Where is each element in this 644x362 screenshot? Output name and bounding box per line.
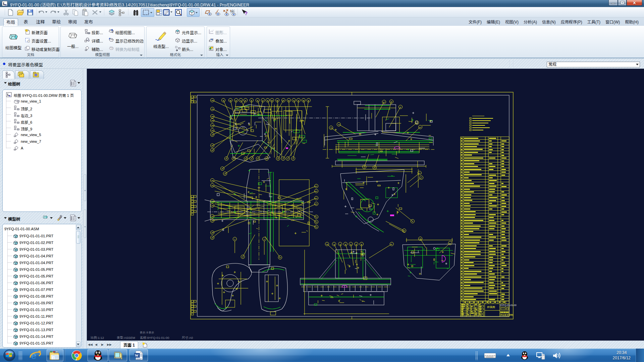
svg-text:类型:ASSEM: 类型:ASSEM	[117, 335, 135, 340]
svg-text:e: e	[31, 350, 37, 361]
svg-text:?: ?	[245, 10, 248, 16]
svg-text:组装配套组制: 组装配套组制	[500, 313, 513, 316]
svg-text:9YFQ-01-01-00: 9YFQ-01-01-00	[500, 304, 517, 307]
svg-text:比例:1:12: 比例:1:12	[91, 335, 104, 340]
svg-text:尺寸:A0: 尺寸:A0	[182, 335, 193, 340]
svg-text:i: i	[112, 29, 112, 31]
svg-text:组装图: 组装图	[487, 305, 495, 309]
svg-text:表示:主表示: 表示:主表示	[140, 330, 154, 334]
svg-text:W: W	[135, 353, 139, 357]
svg-text:名称:9YFQ-01-01-00: 名称:9YFQ-01-01-00	[140, 335, 169, 340]
